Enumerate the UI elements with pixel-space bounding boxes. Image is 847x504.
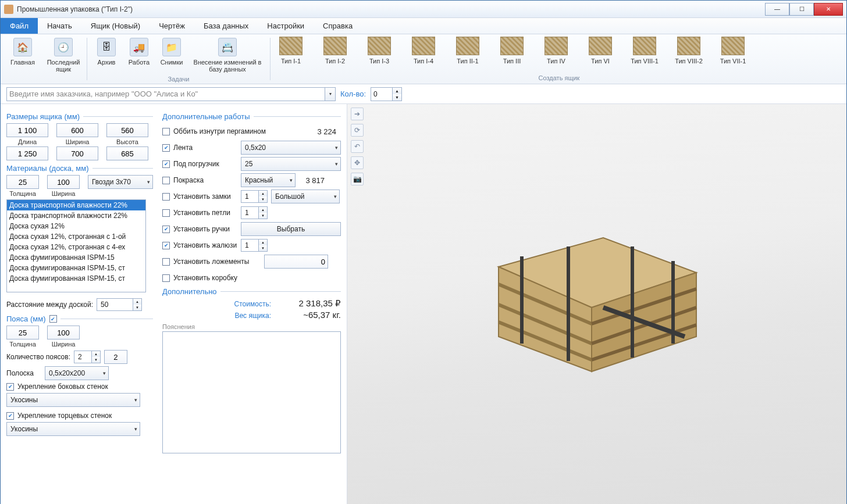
- crate-type-ТипII-1[interactable]: Тип II-1: [449, 37, 487, 65]
- length2-input[interactable]: [6, 146, 48, 160]
- forklift-checkbox[interactable]: [162, 160, 170, 168]
- material-list-item[interactable]: Доска транспортной влажности 22%: [7, 200, 145, 210]
- innerbox-checkbox[interactable]: [162, 274, 170, 282]
- belt-count1-spinner[interactable]: 2▲▼: [74, 351, 101, 363]
- vp-undo-icon[interactable]: ↶: [351, 140, 364, 153]
- minimize-button[interactable]: —: [765, 3, 789, 16]
- qty-up[interactable]: ▲: [393, 88, 401, 94]
- cradles-input[interactable]: [264, 255, 328, 269]
- mat-width-input[interactable]: [47, 175, 80, 189]
- belt-count2-input[interactable]: [104, 350, 127, 364]
- notes-textarea[interactable]: [162, 331, 341, 453]
- ribbon-archive[interactable]: 🗄Архив: [92, 37, 121, 73]
- belt-width-input[interactable]: [47, 326, 80, 339]
- spacing-spinner[interactable]: 50▲▼: [97, 298, 142, 311]
- menu-database[interactable]: База данных: [194, 18, 258, 34]
- side-reinforce-checkbox[interactable]: [6, 383, 14, 391]
- cradles-checkbox[interactable]: [162, 258, 170, 266]
- mat-thickness-input[interactable]: [6, 175, 39, 189]
- menubar: Файл Начать Ящик (Новый) Чертёж База дан…: [1, 18, 846, 34]
- ribbon-home[interactable]: 🏠Главная: [4, 37, 41, 73]
- forklift-select[interactable]: 25: [241, 157, 341, 171]
- material-list-item[interactable]: Доска сухая 12%, строганная с 4-ех: [7, 242, 145, 252]
- ribbon-snapshots[interactable]: 📁Снимки: [157, 37, 186, 73]
- height-input[interactable]: [106, 123, 148, 137]
- crate-type-ТипI-2[interactable]: Тип I-2: [316, 37, 354, 65]
- menu-drawing[interactable]: Чертёж: [150, 18, 194, 34]
- search-dropdown-icon[interactable]: ▾: [325, 88, 335, 101]
- material-list-item[interactable]: Доска фумигированная ISPM-15: [7, 252, 145, 263]
- tape-checkbox[interactable]: [162, 144, 170, 152]
- menu-help[interactable]: Справка: [314, 18, 362, 34]
- crate-icon: [456, 37, 479, 55]
- locks-size-select[interactable]: Большой: [271, 190, 340, 203]
- material-list-item[interactable]: Доска транспортной влажности 22%: [7, 210, 145, 221]
- blinds-qty-spinner[interactable]: 1▲▼: [241, 239, 268, 252]
- width-input[interactable]: [56, 123, 98, 137]
- material-list-item[interactable]: Доска фумигированная ISPM-15, ст: [7, 263, 145, 273]
- close-button[interactable]: ✕: [814, 3, 843, 16]
- crate-type-ТипI-1[interactable]: Тип I-1: [272, 37, 310, 65]
- belts-checkbox[interactable]: [49, 315, 57, 323]
- locks-qty-spinner[interactable]: 1▲▼: [241, 190, 268, 203]
- menu-box[interactable]: Ящик (Новый): [81, 18, 150, 34]
- material-list-item[interactable]: Доска сухая 12%, строганная с 1-ой: [7, 231, 145, 242]
- hinges-qty-spinner[interactable]: 1▲▼: [241, 206, 268, 219]
- crate-type-ТипIV[interactable]: Тип IV: [537, 37, 575, 65]
- handles-checkbox[interactable]: [162, 226, 170, 233]
- crate-type-ТипVII-1[interactable]: Тип VII-1: [714, 37, 752, 65]
- locks-checkbox[interactable]: [162, 193, 170, 201]
- menu-settings[interactable]: Настройки: [258, 18, 314, 34]
- menu-start[interactable]: Начать: [38, 18, 81, 34]
- vp-move-icon[interactable]: ✥: [351, 156, 364, 169]
- material-list-item[interactable]: Доска фумигированная ISPM-15, ст: [7, 273, 145, 284]
- vp-camera-icon[interactable]: 📷: [351, 173, 364, 185]
- width2-input[interactable]: [56, 146, 98, 160]
- handles-choose-button[interactable]: Выбрать: [241, 222, 341, 236]
- crate-icon: [323, 37, 347, 55]
- end-reinforce-select[interactable]: Укосины: [6, 422, 140, 436]
- crate-type-ТипI-3[interactable]: Тип I-3: [360, 37, 398, 65]
- strip-select[interactable]: 0,5x20x200: [45, 366, 109, 380]
- extra-works-column: Дополнительные работы Оббить изнутри пер…: [162, 109, 341, 453]
- strip-label: Полоска: [6, 369, 41, 377]
- crate-type-ТипIII[interactable]: Тип III: [493, 37, 531, 65]
- qty-spinner[interactable]: 0 ▲▼: [371, 87, 402, 101]
- qty-down[interactable]: ▼: [393, 94, 401, 101]
- paint-select[interactable]: Красный: [241, 173, 296, 187]
- ribbon-dbedit[interactable]: 📇Внесение изменений в базу данных: [190, 37, 265, 73]
- pergamin-checkbox[interactable]: [162, 128, 170, 135]
- customer-search[interactable]: Введите имя заказчика, например "ООО "Ал…: [6, 87, 336, 101]
- crate-type-ТипVI[interactable]: Тип VI: [581, 37, 620, 65]
- materials-list[interactable]: Доска транспортной влажности 22%Доска тр…: [6, 199, 146, 292]
- height2-input[interactable]: [106, 146, 148, 160]
- side-reinforce-select[interactable]: Укосины: [6, 393, 140, 407]
- tape-select[interactable]: 0,5x20: [241, 141, 341, 155]
- ribbon-lastbox[interactable]: 🕘Последний ящик: [45, 37, 82, 73]
- material-list-item[interactable]: Доска сухая 12%: [7, 221, 145, 231]
- home-icon: 🏠: [13, 38, 32, 56]
- crate-icon: [500, 37, 524, 55]
- dims-title: Размеры ящика (мм): [6, 112, 153, 121]
- vp-forward-icon[interactable]: ➔: [351, 108, 364, 120]
- nails-select[interactable]: Гвозди 3x70: [88, 175, 153, 189]
- crate-type-ТипI-4[interactable]: Тип I-4: [404, 37, 443, 65]
- length-input[interactable]: [6, 123, 48, 137]
- ribbon-work[interactable]: 🚚Работа: [124, 37, 154, 73]
- ribbon-home-group: 🏠Главная 🕘Последний ящик: [1, 34, 86, 84]
- app-icon: [4, 5, 13, 14]
- menu-file[interactable]: Файл: [1, 18, 38, 34]
- qty-label: Кол-во:: [340, 90, 366, 98]
- vp-refresh-icon[interactable]: ⟳: [351, 124, 364, 137]
- belt-thickness-input[interactable]: [6, 326, 39, 339]
- crate-type-ТипVIII-2[interactable]: Тип VIII-2: [670, 37, 708, 65]
- crate-type-ТипVIII-1[interactable]: Тип VIII-1: [625, 37, 664, 65]
- end-reinforce-checkbox[interactable]: [6, 412, 14, 420]
- clock-icon: 🕘: [54, 38, 73, 56]
- blinds-checkbox[interactable]: [162, 242, 170, 249]
- 3d-viewport[interactable]: ➔ ⟳ ↶ ✥ 📷: [347, 104, 846, 504]
- ribbon-crate-group: Тип I-1Тип I-2Тип I-3Тип I-4Тип II-1Тип …: [272, 34, 846, 84]
- hinges-checkbox[interactable]: [162, 209, 170, 217]
- maximize-button[interactable]: ☐: [789, 3, 814, 16]
- paint-checkbox[interactable]: [162, 177, 170, 184]
